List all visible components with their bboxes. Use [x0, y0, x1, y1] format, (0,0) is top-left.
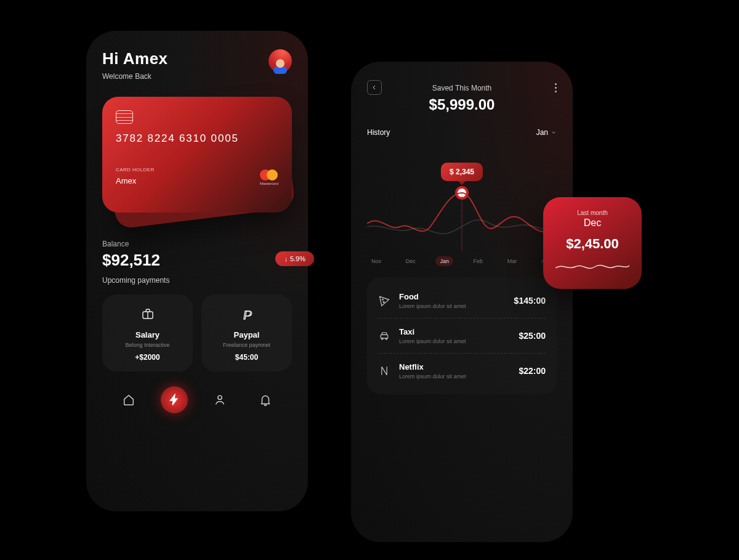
home-icon	[122, 393, 135, 407]
chevron-down-icon	[551, 129, 557, 136]
svg-point-1	[218, 396, 222, 399]
tile-amount: +$2000	[107, 353, 188, 362]
card-holder: Amex	[116, 176, 155, 185]
card-number: 3782 8224 6310 0005	[116, 132, 278, 145]
bell-icon	[259, 393, 272, 407]
month-selector[interactable]: Jan	[536, 128, 557, 137]
home-screen: Hi Amex Welcome Back 3782 8224 6310 0005…	[86, 31, 308, 511]
history-screen: Saved This Month $5,999.00 History Jan $…	[351, 62, 573, 542]
arrow-left-icon	[371, 84, 378, 91]
month-axis: Nov Dec Jan Feb Mar April	[367, 256, 557, 266]
tx-amount: $22:00	[519, 366, 546, 376]
taxi-icon	[378, 330, 390, 342]
tx-sub: Lorem ipsum dolor sit amet	[399, 373, 519, 379]
tx-title: Taxi	[399, 327, 519, 336]
transactions-card: Food Lorem ipsum dolor sit amet $145:00 …	[367, 277, 557, 394]
change-badge: ↓ 5.9%	[275, 251, 314, 266]
balance-amount: $92,512	[102, 251, 160, 270]
saved-label: Saved This Month	[367, 84, 557, 92]
briefcase-icon	[140, 307, 155, 322]
balance-label: Balance	[102, 240, 160, 248]
netflix-icon	[378, 365, 390, 377]
month-tick[interactable]: Nov	[367, 256, 386, 266]
tile-title: Salary	[107, 330, 188, 339]
mastercard-icon: Mastercard	[260, 169, 278, 185]
chip-icon	[116, 110, 133, 124]
more-button[interactable]	[555, 83, 557, 92]
svg-point-4	[383, 302, 384, 303]
arrow-down-icon: ↓	[284, 255, 288, 262]
nav-home[interactable]	[115, 386, 142, 413]
credit-card[interactable]: 3782 8224 6310 0005 CARD HOLDER Amex Mas…	[102, 97, 292, 213]
month-tick[interactable]: Mar	[503, 256, 522, 266]
last-month-label: Last month	[555, 209, 629, 216]
paypal-icon	[240, 307, 254, 322]
nav-notifications[interactable]	[252, 386, 279, 413]
greeting: Hi Amex	[102, 49, 168, 68]
credit-card-stack[interactable]: 3782 8224 6310 0005 CARD HOLDER Amex Mas…	[102, 97, 292, 226]
tx-title: Food	[399, 292, 514, 301]
month-tick[interactable]: Dec	[402, 256, 420, 266]
svg-point-7	[386, 338, 387, 340]
tile-sub: Freelance paymnet	[206, 342, 287, 348]
svg-point-3	[382, 299, 384, 301]
last-month-card[interactable]: Last month Dec $2,45.00	[543, 197, 642, 289]
card-holder-label: CARD HOLDER	[116, 167, 155, 172]
nav-activity[interactable]	[161, 386, 188, 413]
payment-tile-paypal[interactable]: Paypal Freelance paymnet $45:00	[201, 294, 292, 371]
payment-tile-salary[interactable]: Salary Belong Interactive +$2000	[102, 294, 193, 371]
person-icon	[213, 393, 227, 407]
transaction-row[interactable]: Taxi Lorem ipsum dolor sit amet $25:00	[378, 319, 546, 354]
month-tick[interactable]: Feb	[469, 256, 488, 266]
tile-title: Paypal	[206, 330, 287, 339]
tx-sub: Lorem ipsum dolor sit amet	[399, 338, 519, 344]
history-chart[interactable]	[367, 190, 557, 251]
last-month-month: Dec	[555, 217, 629, 229]
history-label: History	[367, 128, 390, 137]
transaction-row[interactable]: Food Lorem ipsum dolor sit amet $145:00	[378, 283, 546, 319]
tx-sub: Lorem ipsum dolor sit amet	[399, 303, 514, 309]
tx-amount: $145:00	[514, 296, 546, 306]
tx-title: Netflix	[399, 362, 519, 371]
tile-amount: $45:00	[206, 353, 287, 362]
bolt-icon	[168, 393, 181, 407]
pizza-icon	[378, 294, 390, 307]
transaction-row[interactable]: Netflix Lorem ipsum dolor sit amet $22:0…	[378, 354, 546, 388]
back-button[interactable]	[367, 80, 382, 95]
month-tick-active[interactable]: Jan	[435, 256, 453, 266]
welcome-text: Welcome Back	[102, 72, 168, 81]
svg-point-6	[381, 338, 383, 340]
bottom-nav	[102, 386, 292, 413]
svg-rect-5	[381, 335, 388, 338]
saved-amount: $5,999.00	[367, 96, 557, 113]
tile-sub: Belong Interactive	[107, 342, 188, 348]
last-month-amount: $2,45.00	[555, 236, 629, 252]
nav-profile[interactable]	[206, 386, 233, 413]
chart-tooltip: $ 2,345	[441, 163, 483, 181]
tx-amount: $25:00	[519, 331, 546, 341]
sparkline	[555, 259, 629, 275]
upcoming-label: Upcoming payments	[102, 276, 292, 285]
avatar[interactable]	[269, 49, 292, 73]
